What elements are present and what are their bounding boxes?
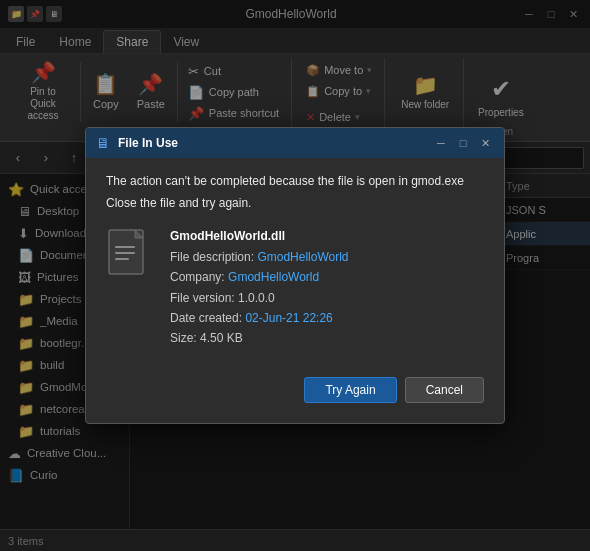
dialog-version: File version: 1.0.0.0: [170, 288, 349, 308]
dialog-company-value: GmodHelloWorld: [228, 270, 319, 284]
dialog-maximize-button[interactable]: □: [454, 134, 472, 152]
dialog-overlay: 🖥 File In Use ─ □ ✕ The action can't be …: [0, 0, 590, 551]
cancel-button[interactable]: Cancel: [405, 377, 484, 403]
dialog-file-icon: [106, 226, 156, 286]
dialog-file-info: GmodHelloWorld.dll File description: Gmo…: [106, 226, 484, 348]
dialog-description: File description: GmodHelloWorld: [170, 247, 349, 267]
dialog-title-icon: 🖥: [96, 135, 110, 151]
try-again-button[interactable]: Try Again: [304, 377, 396, 403]
svg-rect-1: [115, 246, 135, 248]
dialog-filename: GmodHelloWorld.dll: [170, 226, 349, 246]
dialog-title-text: File In Use: [118, 136, 424, 150]
dialog-titlebar: 🖥 File In Use ─ □ ✕: [86, 128, 504, 158]
dialog-description-value: GmodHelloWorld: [257, 250, 348, 264]
svg-rect-2: [115, 252, 135, 254]
dialog-close-button[interactable]: ✕: [476, 134, 494, 152]
dialog-message1: The action can't be completed because th…: [106, 174, 484, 188]
dialog-size: Size: 4.50 KB: [170, 328, 349, 348]
dialog-message2: Close the file and try again.: [106, 196, 484, 210]
dialog-file-details: GmodHelloWorld.dll File description: Gmo…: [170, 226, 349, 348]
dialog-minimize-button[interactable]: ─: [432, 134, 450, 152]
dialog-size-value: 4.50 KB: [200, 331, 243, 345]
dialog-date-value: 02-Jun-21 22:26: [245, 311, 332, 325]
svg-rect-3: [115, 258, 129, 260]
file-in-use-dialog: 🖥 File In Use ─ □ ✕ The action can't be …: [85, 127, 505, 423]
dialog-title-btns: ─ □ ✕: [432, 134, 494, 152]
dialog-body: The action can't be completed because th…: [86, 158, 504, 422]
dialog-version-value: 1.0.0.0: [238, 291, 275, 305]
dialog-company: Company: GmodHelloWorld: [170, 267, 349, 287]
dialog-buttons: Try Again Cancel: [106, 369, 484, 407]
dialog-date: Date created: 02-Jun-21 22:26: [170, 308, 349, 328]
